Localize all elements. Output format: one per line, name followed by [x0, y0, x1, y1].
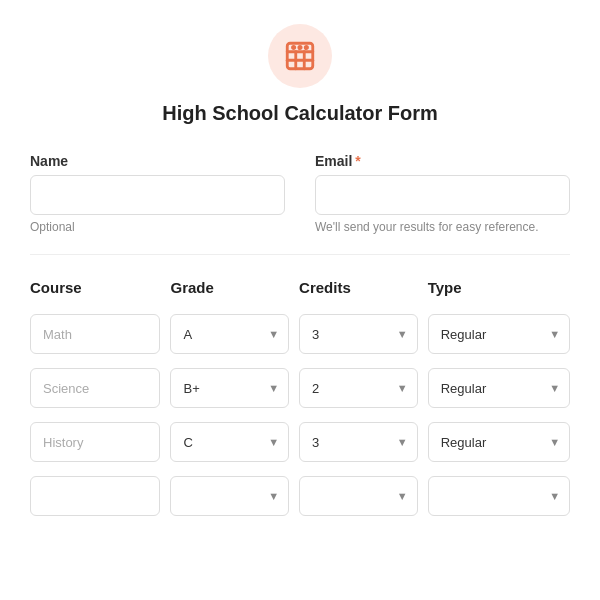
credits-select-1[interactable]: 12345 — [299, 314, 418, 354]
type-select-1[interactable]: RegularHonorsAPIBDual Enrollment — [428, 314, 570, 354]
col-header-grade: Grade — [170, 279, 289, 296]
svg-point-6 — [299, 46, 301, 48]
grade-select-1[interactable]: A+AA- B+BB- C+CC- DF — [170, 314, 289, 354]
type-select-2[interactable]: RegularHonorsAPIBDual Enrollment — [428, 368, 570, 408]
table-row: A+AA- B+BB- C+CC- DF ▼ 12345 ▼ — [30, 476, 570, 516]
table-row: A+AA- B+BB- C+CC- DF ▼ 12345 ▼ — [30, 314, 570, 354]
type-select-3[interactable]: RegularHonorsAPIBDual Enrollment — [428, 422, 570, 462]
email-input[interactable] — [315, 175, 570, 215]
credits-select-wrapper-4: 12345 ▼ — [299, 476, 418, 516]
type-select-4[interactable]: RegularHonorsAPIBDual Enrollment — [428, 476, 570, 516]
course-input-3[interactable] — [30, 422, 160, 462]
type-select-wrapper-4: RegularHonorsAPIBDual Enrollment ▼ — [428, 476, 570, 516]
grade-select-wrapper-3: A+AA- B+BB- C+CC- DF ▼ — [170, 422, 289, 462]
email-label: Email* — [315, 153, 570, 169]
grade-select-3[interactable]: A+AA- B+BB- C+CC- DF — [170, 422, 289, 462]
table-row: A+AA- B+BB- C+CC- DF ▼ 12345 ▼ — [30, 422, 570, 462]
type-select-wrapper-3: RegularHonorsAPIBDual Enrollment ▼ — [428, 422, 570, 462]
grade-select-4[interactable]: A+AA- B+BB- C+CC- DF — [170, 476, 289, 516]
name-input[interactable] — [30, 175, 285, 215]
credits-select-wrapper-3: 12345 ▼ — [299, 422, 418, 462]
credits-select-3[interactable]: 12345 — [299, 422, 418, 462]
course-input-1[interactable] — [30, 314, 160, 354]
type-select-wrapper-1: RegularHonorsAPIBDual Enrollment ▼ — [428, 314, 570, 354]
name-field-group: Name Optional — [30, 153, 285, 234]
email-field-group: Email* We'll send your results for easy … — [315, 153, 570, 234]
col-header-course: Course — [30, 279, 160, 296]
form-title: High School Calculator Form — [162, 102, 438, 125]
svg-point-5 — [292, 46, 294, 48]
name-label: Name — [30, 153, 285, 169]
name-email-section: Name Optional Email* We'll send your res… — [30, 153, 570, 234]
required-marker: * — [355, 153, 360, 169]
type-select-wrapper-2: RegularHonorsAPIBDual Enrollment ▼ — [428, 368, 570, 408]
table-header-row: Course Grade Credits Type — [30, 279, 570, 300]
grade-select-wrapper-2: A+AA- B+BB- C+CC- DF ▼ — [170, 368, 289, 408]
grade-select-wrapper-4: A+AA- B+BB- C+CC- DF ▼ — [170, 476, 289, 516]
course-input-4[interactable] — [30, 476, 160, 516]
credits-select-4[interactable]: 12345 — [299, 476, 418, 516]
email-hint: We'll send your results for easy referen… — [315, 220, 570, 234]
credits-select-wrapper-1: 12345 ▼ — [299, 314, 418, 354]
col-header-credits: Credits — [299, 279, 418, 296]
credits-select-2[interactable]: 12345 — [299, 368, 418, 408]
grade-select-2[interactable]: A+AA- B+BB- C+CC- DF — [170, 368, 289, 408]
section-divider — [30, 254, 570, 255]
name-hint: Optional — [30, 220, 285, 234]
grade-select-wrapper-1: A+AA- B+BB- C+CC- DF ▼ — [170, 314, 289, 354]
svg-point-7 — [305, 46, 307, 48]
credits-select-wrapper-2: 12345 ▼ — [299, 368, 418, 408]
page-container: High School Calculator Form Name Optiona… — [0, 0, 600, 560]
table-row: A+AA- B+BB- C+CC- DF ▼ 12345 ▼ — [30, 368, 570, 408]
form-header: High School Calculator Form — [30, 24, 570, 125]
calculator-icon-circle — [268, 24, 332, 88]
col-header-type: Type — [428, 279, 570, 296]
course-table: Course Grade Credits Type A+AA- B+BB- C+… — [30, 279, 570, 516]
course-input-2[interactable] — [30, 368, 160, 408]
calculator-icon — [283, 39, 317, 73]
